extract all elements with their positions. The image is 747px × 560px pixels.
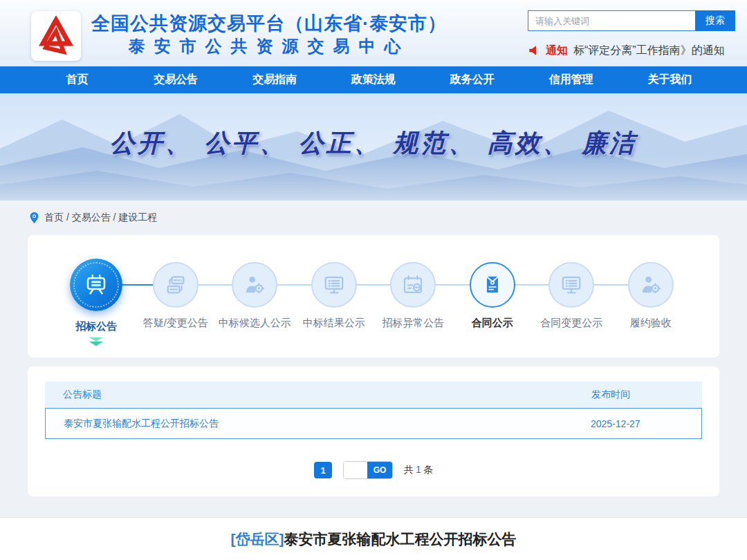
nav-item-policies[interactable]: 政策法规 [324, 66, 423, 93]
step-circle[interactable] [153, 262, 199, 308]
monitor-list-icon [323, 274, 345, 296]
site-header: 全国公共资源交易平台（山东省·泰安市） 泰安市公共资源交易中心 搜索 通知 标“… [0, 0, 747, 66]
step-label[interactable]: 中标候选人公示 [219, 317, 291, 330]
location-pin-icon [29, 212, 39, 224]
announcement-title-link[interactable]: 泰安市夏张输配水工程公开招标公告 [46, 418, 591, 430]
go-button[interactable]: GO [367, 462, 392, 478]
breadcrumb-text[interactable]: 首页 / 交易公告 / 建设工程 [44, 212, 157, 224]
announcement-list-card: 公告标题 发布时间 泰安市夏张输配水工程公开招标公告 2025-12-27 1 … [28, 366, 719, 496]
step-winning-results[interactable]: 中标结果公示 [295, 235, 374, 346]
search-input[interactable] [528, 10, 695, 31]
step-circle[interactable] [470, 262, 515, 308]
detail-title-text: 泰安市夏张输配水工程公开招标公告 [284, 531, 517, 547]
site-title-sub: 泰安市公共资源交易中心 [91, 36, 447, 57]
step-performance-acceptance[interactable]: 履约验收 [611, 235, 691, 346]
contract-icon [481, 274, 504, 296]
step-bid-announcement[interactable]: 招标公告 [57, 235, 136, 346]
step-contract-announcement[interactable]: 合同公示 [453, 235, 533, 346]
site-title-main: 全国公共资源交易平台（山东省·泰安市） [91, 12, 447, 35]
person-gear-icon [243, 274, 266, 296]
process-steps-card: 招标公告 答疑/变更 [28, 235, 719, 357]
nav-item-about-us[interactable]: 关于我们 [620, 66, 719, 93]
step-circle[interactable] [311, 262, 357, 308]
step-clarification-change[interactable]: 答疑/变更公告 [136, 235, 216, 346]
nav-item-trade-guide[interactable]: 交易指南 [225, 66, 324, 93]
total-prefix: 共 [404, 464, 414, 475]
calendar-minus-icon [402, 274, 424, 296]
triangle-logo-icon [36, 16, 76, 56]
step-label[interactable]: 答疑/变更公告 [143, 317, 208, 330]
breadcrumb: 首页 / 交易公告 / 建设工程 [0, 200, 747, 235]
region-tag: [岱岳区] [231, 531, 284, 547]
card-exchange-icon [165, 274, 187, 296]
main-nav: 首页 交易公告 交易指南 政策法规 政务公开 信用管理 关于我们 [0, 66, 747, 93]
total-count: 1 [416, 464, 421, 475]
speaker-icon [528, 44, 540, 57]
step-circle[interactable] [628, 262, 674, 308]
total-count-text: 共1条 [404, 464, 433, 476]
pagination: 1 GO 共1条 [45, 461, 702, 479]
hero-banner: 公开、 公平、 公正、 规范、 高效、 廉洁 [0, 93, 747, 200]
step-label[interactable]: 中标结果公示 [303, 317, 365, 330]
page-1-button[interactable]: 1 [314, 462, 332, 478]
step-circle[interactable] [548, 262, 594, 308]
notice-ticker[interactable]: 通知 标“评定分离”工作指南》的通知 [528, 41, 747, 59]
person-gear-icon [640, 274, 662, 296]
step-label[interactable]: 招标公告 [75, 320, 117, 333]
announcement-date: 2025-12-27 [591, 418, 701, 429]
nav-item-home[interactable]: 首页 [28, 66, 127, 93]
nav-item-gov-disclosure[interactable]: 政务公开 [423, 66, 522, 93]
step-winning-candidates[interactable]: 中标候选人公示 [215, 235, 295, 346]
step-label[interactable]: 合同公示 [472, 317, 513, 330]
active-step-arrow-icon [89, 337, 104, 346]
step-circle[interactable] [390, 262, 436, 308]
step-contract-change[interactable]: 合同变更公示 [532, 235, 611, 346]
notice-text[interactable]: 标“评定分离”工作指南》的通知 [573, 44, 725, 58]
table-header: 公告标题 发布时间 [45, 382, 702, 408]
step-circle[interactable] [232, 262, 277, 308]
nav-item-trade-announcements[interactable]: 交易公告 [127, 66, 225, 93]
banner-slogan: 公开、 公平、 公正、 规范、 高效、 廉洁 [0, 127, 747, 160]
detail-section: [岱岳区]泰安市夏张输配水工程公开招标公告 [0, 517, 747, 560]
step-label[interactable]: 招标异常公告 [382, 317, 444, 330]
step-circle[interactable] [70, 259, 122, 311]
column-header-date: 发布时间 [591, 389, 702, 401]
column-header-title: 公告标题 [45, 389, 591, 401]
step-label[interactable]: 合同变更公示 [540, 317, 602, 330]
step-label[interactable]: 履约验收 [630, 317, 672, 330]
page-jump-input[interactable] [344, 462, 367, 478]
monitor-list-icon [560, 274, 582, 296]
presentation-board-icon [84, 272, 109, 297]
nav-item-credit-management[interactable]: 信用管理 [522, 66, 620, 93]
notice-badge: 通知 [546, 44, 568, 58]
site-logo [31, 11, 81, 61]
step-bid-abnormal[interactable]: 招标异常公告 [374, 235, 453, 346]
search-button[interactable]: 搜索 [695, 10, 735, 31]
total-suffix: 条 [423, 464, 433, 475]
detail-page-title: [岱岳区]泰安市夏张输配水工程公开招标公告 [231, 530, 517, 549]
table-row[interactable]: 泰安市夏张输配水工程公开招标公告 2025-12-27 [45, 408, 702, 439]
